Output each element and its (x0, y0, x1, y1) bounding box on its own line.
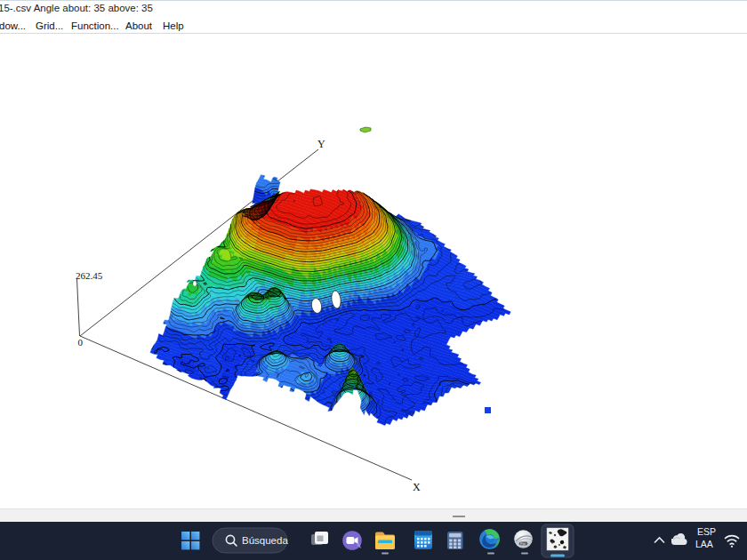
svg-text:Y: Y (317, 138, 325, 150)
svg-text:Pro: Pro (520, 542, 526, 546)
svg-text:ESP: ESP (697, 526, 716, 537)
svg-text:LAA: LAA (695, 539, 713, 549)
svg-text:262.45: 262.45 (76, 270, 103, 281)
svg-text:0: 0 (78, 337, 84, 348)
svg-text:X: X (413, 481, 421, 493)
svg-text:Búsqueda: Búsqueda (242, 535, 288, 546)
